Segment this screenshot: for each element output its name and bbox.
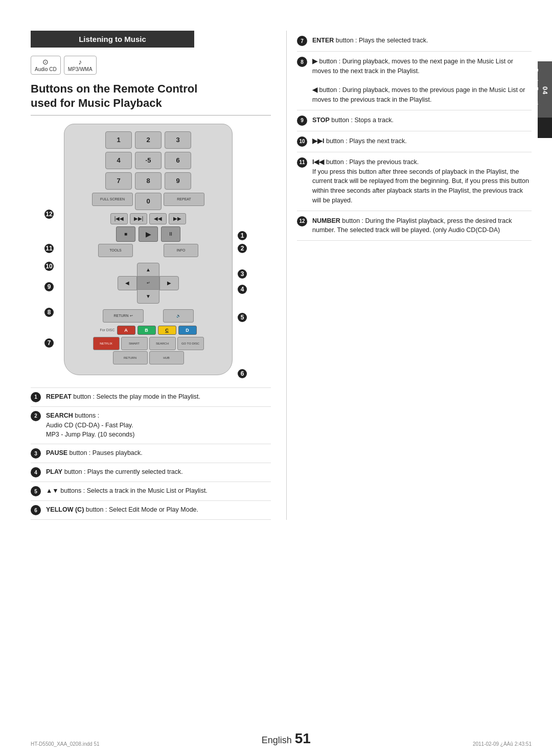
right-ann-text-11: I◀◀ button : Plays the previous track. I… (312, 157, 532, 205)
right-ann-row-7: 7 ENTER button : Plays the selected trac… (297, 31, 532, 52)
ann-num-5: 5 (31, 486, 41, 496)
prev-track-btn[interactable]: |◀◀ (110, 213, 128, 224)
remote-btn-8[interactable]: 8 (135, 172, 162, 190)
color-btn-row: For DISC A B C D (72, 326, 225, 335)
page-title: Listening to Music (31, 31, 194, 48)
pause-btn[interactable]: ⏸ (161, 226, 180, 242)
remote-diagram: 12 11 10 9 8 7 1 2 3 4 5 6 (43, 124, 258, 375)
footer: HT-D5500_XAA_0208.indd 51 English 51 201… (0, 730, 552, 747)
nav-enter-btn[interactable]: ↵ (137, 276, 159, 290)
remote-btn-4[interactable]: 4 (105, 152, 132, 169)
left-annotations: 1 REPEAT button : Selects the play mode … (31, 387, 271, 520)
callout-1: 1 (238, 231, 247, 240)
nav-up-btn[interactable]: ▲ (137, 263, 159, 277)
right-ann-bold-11: I◀◀ (312, 158, 324, 166)
tools-btn[interactable]: TOOLS (98, 244, 133, 257)
ann-bold-5: ▲▼ (46, 487, 59, 494)
audio-cd-icon: ⊙ (42, 58, 49, 66)
ann-text-6: YELLOW (C) button : Select Edit Mode or … (46, 505, 271, 515)
color-btn-a[interactable]: A (117, 326, 135, 335)
remote-row-3: 7 8 9 (72, 172, 225, 190)
right-ann-text-8: ▶ button : During playback, moves to the… (312, 57, 532, 105)
ann-text-5: ▲▼ buttons : Selects a track in the Musi… (46, 486, 271, 496)
remote-btn-3[interactable]: 3 (165, 131, 191, 149)
color-btn-c[interactable]: C (158, 326, 176, 335)
full-screen-btn[interactable]: FULL SCREEN (92, 193, 133, 206)
remote-btn-9[interactable]: 9 (165, 172, 191, 190)
next-track-btn[interactable]: ▶▶| (130, 213, 147, 224)
ann-bold-4: PLAY (46, 468, 62, 475)
ann-row-6: 6 YELLOW (C) button : Select Edit Mode o… (31, 501, 271, 520)
netflix-btn[interactable]: NETFLIX (93, 337, 120, 350)
ann-text-3: PAUSE button : Pauses playback. (46, 448, 271, 458)
side-tab: 04 Basic Functions (538, 61, 552, 123)
english-label: English (262, 735, 292, 746)
nav-down-btn[interactable]: ▼ (137, 289, 159, 304)
ann-text-2: SEARCH buttons :Audio CD (CD-DA) - Fast … (46, 411, 271, 440)
callout-11: 11 (44, 244, 54, 253)
return-btn[interactable]: RETURN ↩ (103, 309, 144, 323)
color-btn-d[interactable]: D (178, 326, 197, 335)
section-title: Buttons on the Remote Control used for M… (31, 82, 271, 111)
info-btn[interactable]: INFO (164, 244, 198, 257)
section-title-line2: used for Music Playback (31, 97, 162, 109)
return2-btn[interactable]: RETURN (113, 351, 148, 364)
stop-btn[interactable]: ■ (116, 226, 135, 242)
repeat-btn[interactable]: REPEAT (164, 193, 204, 206)
callout-10: 10 (44, 262, 54, 271)
fullscreen-repeat-row: FULL SCREEN 0 REPEAT (72, 193, 225, 210)
smart-btn[interactable]: SMART (121, 337, 148, 350)
ann-num-1: 1 (31, 392, 41, 402)
right-ann-num-7: 7 (297, 36, 307, 46)
play-btn[interactable]: ▶ (139, 226, 158, 242)
page: 04 Basic Functions Listening to Music ⊙ … (0, 0, 552, 756)
ann-row-4: 4 PLAY button : Plays the currently sele… (31, 463, 271, 482)
tools-info-row: TOOLS INFO (72, 244, 225, 257)
callout-5: 5 (238, 313, 247, 322)
remote-row-2: 4 ·5 6 (72, 152, 225, 169)
callout-4: 4 (238, 285, 247, 294)
ann-num-3: 3 (31, 448, 41, 459)
right-ann-bold-10: ▶▶I (312, 138, 324, 145)
section-title-line1: Buttons on the Remote Control (31, 82, 197, 95)
color-btn-b[interactable]: B (137, 326, 156, 335)
bottom-btns-row: NETFLIX SMART SEARCH GO TO DISC (72, 337, 225, 350)
callout-12: 12 (44, 210, 54, 219)
right-ann-text-10: ▶▶I button : Plays the next track. (312, 136, 532, 146)
right-ann-row-12: 12 NUMBER button : During the Playlist p… (297, 211, 532, 241)
remote-btn-1[interactable]: 1 (105, 131, 132, 149)
right-ann-row-9: 9 STOP button : Stops a track. (297, 110, 532, 131)
ann-text-4: PLAY button : Plays the currently select… (46, 467, 271, 477)
ann-bold-1: REPEAT (46, 393, 72, 400)
right-ann-num-11: 11 (297, 157, 307, 168)
remote-btn-7[interactable]: 7 (105, 172, 132, 190)
right-ann-text-12: NUMBER button : During the Playlist play… (312, 216, 532, 236)
hub-btn[interactable]: HUB (149, 351, 184, 364)
nav-right-btn[interactable]: ▶ (159, 276, 179, 290)
remote-btn-0[interactable]: 0 (135, 193, 162, 210)
fast-forward-btn[interactable]: ▶▶ (169, 213, 186, 224)
return-row: RETURN ↩ 🔊 (72, 309, 225, 323)
go-disc-btn[interactable]: GO TO DISC (177, 337, 204, 350)
right-ann-num-12: 12 (297, 216, 307, 226)
ann-num-6: 6 (31, 505, 41, 515)
right-ann-text-9: STOP button : Stops a track. (312, 116, 532, 125)
nav-cluster-area: ▲ ◀ ↵ ▶ ▼ (72, 260, 225, 306)
for-disc-label: For DISC (100, 328, 114, 332)
remote-row-1: 1 2 3 (72, 131, 225, 149)
play-section: ■ ▶ ⏸ (72, 226, 225, 242)
rewind-btn[interactable]: ◀◀ (149, 213, 167, 224)
right-ann-bold-9: STOP (312, 117, 330, 124)
remote-btn-2[interactable]: 2 (135, 131, 162, 149)
ann-row-2: 2 SEARCH buttons :Audio CD (CD-DA) - Fas… (31, 407, 271, 444)
remote-btn-6[interactable]: 6 (165, 152, 191, 169)
vol-btn[interactable]: 🔊 (163, 309, 194, 323)
page-number-area: English 51 (262, 730, 311, 747)
search-btn[interactable]: SEARCH (149, 337, 176, 350)
remote-btn-5[interactable]: ·5 (135, 152, 162, 169)
right-ann-bold-12: NUMBER (312, 217, 340, 224)
remote-body: 1 2 3 4 ·5 6 7 8 9 (64, 124, 233, 375)
right-ann-text-7: ENTER button : Plays the selected track. (312, 36, 532, 45)
nav-left-btn[interactable]: ◀ (118, 276, 137, 290)
page-number: 51 (295, 730, 311, 747)
